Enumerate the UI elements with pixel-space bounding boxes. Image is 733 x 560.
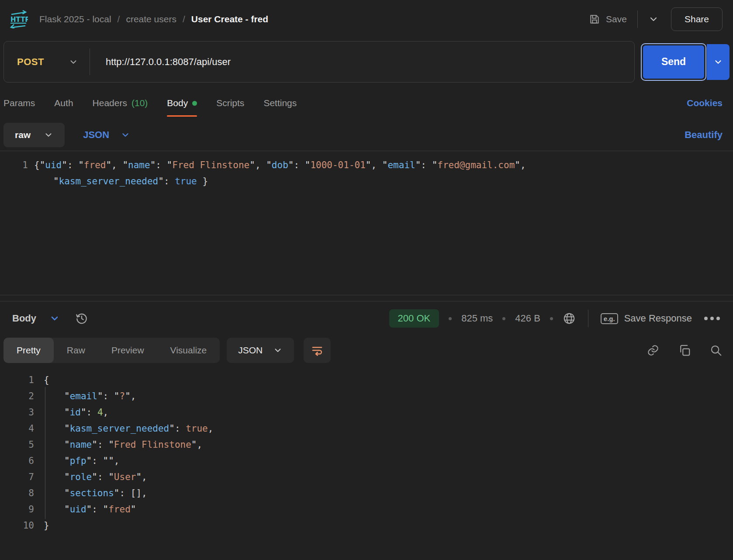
response-body-label: Body (12, 313, 36, 324)
line-number: 8 (0, 485, 34, 501)
body-mode-label: raw (15, 130, 31, 140)
line-number: 2 (0, 388, 34, 404)
tab-label: Headers (93, 98, 127, 108)
chevron-down-icon (121, 130, 130, 140)
indent-guide (45, 500, 45, 519)
url-input[interactable] (90, 56, 634, 68)
meta-separator-dot (502, 317, 505, 320)
share-button[interactable]: Share (671, 7, 723, 31)
active-tab-underline (167, 115, 197, 117)
line-number (0, 173, 28, 190)
response-time[interactable]: 825 ms (461, 313, 493, 324)
status-badge[interactable]: 200 OK (389, 309, 439, 328)
breadcrumb-request-name[interactable]: User Create - fred (191, 14, 268, 24)
tab-body[interactable]: Body (167, 87, 197, 119)
tab-pretty[interactable]: Pretty (3, 338, 54, 363)
tab-scripts[interactable]: Scripts (216, 87, 244, 119)
wrap-lines-icon (311, 344, 324, 357)
response-body-viewer[interactable]: 1{2"email": "?",3"id": 4,4"kasm_server_n… (0, 365, 733, 560)
app-window: HTTP Flask 2025 - local / create users /… (0, 0, 733, 560)
send-button-group: Send (641, 41, 730, 83)
request-tabs: Params Auth Headers (10) Body Scripts Se… (0, 87, 733, 119)
code-line: 1{ (0, 372, 733, 388)
send-button[interactable]: Send (643, 45, 704, 79)
save-options-chevron-icon[interactable] (648, 14, 659, 24)
save-response-button[interactable]: e.g. Save Response (601, 313, 692, 324)
breadcrumb-separator: / (183, 14, 185, 24)
http-request-icon: HTTP (9, 10, 28, 28)
code-line: 9"uid": "fred" (0, 501, 733, 518)
body-type-toolbar: raw JSON Beautify (0, 119, 733, 151)
tab-preview[interactable]: Preview (98, 338, 157, 363)
copy-link-button[interactable] (647, 344, 660, 357)
tab-raw[interactable]: Raw (54, 338, 98, 363)
chevron-down-icon (69, 57, 78, 67)
pane-resize-handle[interactable] (0, 295, 733, 301)
code-line: "kasm_server_needed": true } (0, 173, 733, 190)
link-icon (647, 344, 660, 357)
line-number: 4 (0, 421, 34, 437)
tab-settings[interactable]: Settings (263, 87, 297, 119)
ellipsis-icon (704, 317, 708, 320)
meta-separator-dot (449, 317, 452, 320)
line-number: 7 (0, 469, 34, 485)
network-info-button[interactable] (563, 312, 576, 325)
code-line: 3"id": 4, (0, 404, 733, 421)
save-button[interactable]: Save (588, 13, 627, 25)
body-format-dropdown[interactable]: JSON (83, 129, 130, 141)
response-body-dropdown[interactable]: Body (12, 313, 60, 324)
response-status-group: 200 OK 825 ms 426 B e.g. Save Response (389, 309, 723, 328)
response-view-segmented-control: Pretty Raw Preview Visualize (3, 338, 220, 363)
response-meta-bar: Body 200 OK 825 ms 426 B (0, 301, 733, 335)
wrap-lines-button[interactable] (304, 338, 331, 363)
save-button-label: Save (606, 14, 627, 24)
body-mode-dropdown[interactable]: raw (3, 123, 65, 147)
copy-response-button[interactable] (678, 344, 691, 357)
tab-label: Settings (263, 98, 297, 108)
request-body-editor[interactable]: 1{"uid": "fred", "name": "Fred Flinstone… (0, 151, 733, 295)
code-line: 4"kasm_server_needed": true, (0, 421, 733, 437)
request-url-row: POST Send (0, 38, 733, 87)
ellipsis-icon (710, 317, 714, 320)
line-number: 5 (0, 437, 34, 453)
tab-visualize[interactable]: Visualize (157, 338, 220, 363)
headers-count-badge: (10) (131, 98, 148, 108)
beautify-link[interactable]: Beautify (685, 129, 723, 141)
line-number: 10 (0, 518, 34, 534)
tab-headers[interactable]: Headers (10) (93, 87, 148, 119)
line-number: 1 (0, 157, 28, 173)
cookies-link[interactable]: Cookies (687, 98, 723, 108)
breadcrumb: Flask 2025 - local / create users / User… (39, 14, 268, 24)
line-number: 9 (0, 501, 34, 518)
code-line: 8"sections": [], (0, 485, 733, 501)
top-bar-actions: Save Share (588, 7, 723, 31)
breadcrumb-collection[interactable]: Flask 2025 - local (39, 14, 111, 24)
code-line: 1{"uid": "fred", "name": "Fred Flinstone… (0, 157, 733, 173)
svg-text:HTTP: HTTP (10, 16, 28, 24)
tab-params[interactable]: Params (3, 87, 35, 119)
send-options-chevron-icon[interactable] (707, 44, 730, 80)
copy-icon (678, 344, 691, 357)
meta-divider (588, 310, 588, 327)
breadcrumb-separator: / (118, 14, 120, 24)
line-number: 3 (0, 404, 34, 421)
send-focus-ring: Send (641, 43, 706, 81)
ellipsis-icon (716, 317, 720, 320)
chevron-down-icon (49, 313, 60, 324)
method-dropdown[interactable]: POST (4, 56, 90, 68)
body-format-label: JSON (83, 129, 109, 141)
breadcrumb-folder[interactable]: create users (126, 14, 176, 24)
save-response-label: Save Response (624, 313, 692, 324)
method-label: POST (17, 56, 44, 68)
code-line: 6"pfp": "", (0, 453, 733, 469)
response-history-button[interactable] (75, 311, 89, 325)
tab-auth[interactable]: Auth (54, 87, 73, 119)
search-response-button[interactable] (709, 344, 723, 357)
response-format-dropdown[interactable]: JSON (227, 338, 294, 363)
response-more-options-button[interactable] (702, 314, 723, 323)
line-number: 1 (0, 372, 34, 388)
code-line: 2"email": "?", (0, 388, 733, 404)
tab-label: Params (3, 98, 35, 108)
body-modified-dot (192, 101, 197, 106)
response-size[interactable]: 426 B (515, 313, 540, 324)
